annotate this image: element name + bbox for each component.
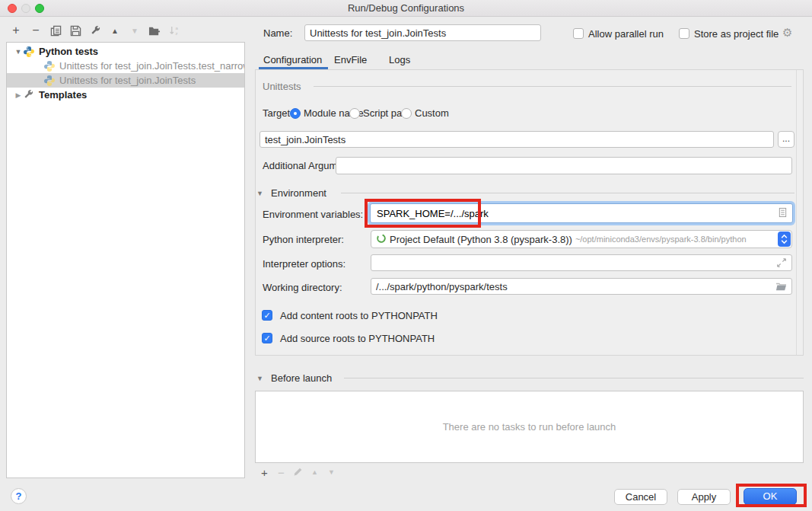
name-input[interactable]	[304, 24, 541, 41]
radio-script-path[interactable]	[349, 108, 360, 119]
radio-module-name[interactable]	[290, 108, 301, 119]
tree-item-label: Python tests	[39, 46, 98, 57]
remove-configuration-button[interactable]: −	[29, 24, 43, 37]
env-variables-list-icon[interactable]	[778, 207, 788, 220]
svg-text:z: z	[175, 30, 177, 36]
task-move-up-icon: ▲	[309, 468, 320, 476]
environment-section-title[interactable]: Environment	[271, 187, 326, 199]
svg-text:a: a	[175, 25, 178, 30]
interpreter-options-label: Interpreter options:	[263, 258, 345, 270]
templates-wrench-icon	[23, 89, 35, 101]
edit-templates-icon[interactable]	[88, 24, 102, 37]
tree-item-unittest-jointests-selected[interactable]: Unittests for test_join.JoinTests	[7, 73, 244, 88]
environment-variables-label: Environment variables:	[263, 209, 363, 220]
sort-configurations-icon: a z	[167, 24, 181, 37]
python-tests-icon	[23, 46, 35, 58]
radio-custom[interactable]	[401, 108, 412, 119]
apply-button[interactable]: Apply	[677, 489, 731, 505]
minimize-window-button	[21, 4, 30, 13]
python-interpreter-select[interactable]: Project Default (Python 3.8 (pyspark-3.8…	[371, 230, 792, 248]
move-down-icon: ▼	[128, 24, 142, 37]
cancel-button[interactable]: Cancel	[614, 489, 667, 505]
conda-env-icon	[376, 233, 387, 246]
before-launch-empty-text: There are no tasks to run before launch	[443, 421, 616, 433]
window-title: Run/Debug Configurations	[0, 0, 812, 16]
interpreter-dropdown-stepper-icon[interactable]	[778, 232, 791, 247]
browse-target-button[interactable]: ...	[778, 131, 794, 148]
before-launch-toolbar: + − ▲ ▼	[259, 465, 337, 479]
expand-arrow-icon[interactable]: ▶	[14, 91, 23, 99]
environment-variables-field[interactable]	[370, 203, 793, 223]
tab-configuration[interactable]: Configuration	[263, 54, 322, 65]
help-button[interactable]: ?	[11, 488, 27, 504]
move-up-icon[interactable]: ▲	[108, 24, 122, 37]
title-bar: Run/Debug Configurations	[0, 0, 812, 17]
add-content-roots-checkbox[interactable]	[262, 310, 272, 321]
configurations-toolbar: + − ▲ ▼ a z	[9, 23, 181, 38]
tab-logs[interactable]: Logs	[389, 54, 410, 65]
radio-custom-label[interactable]: Custom	[415, 107, 449, 119]
allow-parallel-run-checkbox[interactable]	[573, 28, 584, 39]
target-input[interactable]	[260, 131, 774, 148]
store-as-project-file-label: Store as project file	[694, 28, 779, 40]
group-divider	[314, 86, 791, 87]
interpreter-path: ~/opt/miniconda3/envs/pyspark-3.8/bin/py…	[575, 235, 747, 244]
tree-item-label: Unittests for test_join.JoinTests.test_n…	[59, 60, 244, 72]
store-as-project-file-checkbox[interactable]	[679, 28, 689, 39]
tree-item-label: Templates	[39, 89, 87, 101]
tree-item-label: Unittests for test_join.JoinTests	[59, 75, 196, 86]
unittests-group-title: Unittests	[263, 81, 301, 92]
configurations-tree: ▼ Python tests Unittests for test_join.J…	[6, 42, 245, 478]
before-launch-collapse-icon[interactable]: ▼	[256, 375, 263, 382]
name-label: Name:	[263, 27, 292, 39]
working-directory-label: Working directory:	[263, 282, 342, 293]
add-task-button[interactable]: +	[259, 466, 270, 479]
working-directory-input[interactable]	[371, 278, 792, 295]
add-source-roots-label[interactable]: Add source roots to PYTHONPATH	[280, 333, 435, 344]
zoom-window-button[interactable]	[35, 4, 44, 13]
close-window-button[interactable]	[8, 4, 17, 13]
tab-envfile[interactable]: EnvFile	[334, 54, 367, 65]
gear-icon[interactable]: ⚙	[782, 26, 792, 40]
allow-parallel-run-label: Allow parallel run	[588, 28, 664, 40]
add-content-roots-label[interactable]: Add content roots to PYTHONPATH	[280, 310, 438, 321]
environment-variables-input[interactable]	[371, 208, 778, 219]
remove-task-button: −	[275, 466, 287, 479]
python-interpreter-label: Python interpreter:	[263, 234, 344, 245]
add-source-roots-checkbox[interactable]	[262, 333, 272, 343]
tree-item-templates[interactable]: ▶ Templates	[7, 88, 244, 102]
collapse-arrow-icon[interactable]: ▼	[14, 48, 23, 56]
tree-item-unittest-narrow[interactable]: Unittests for test_join.JoinTests.test_n…	[7, 59, 244, 73]
target-label: Target:	[263, 107, 293, 119]
tree-item-python-tests[interactable]: ▼ Python tests	[7, 44, 244, 59]
before-launch-divider	[344, 378, 804, 378]
add-configuration-button[interactable]: +	[9, 24, 23, 37]
before-launch-section-title[interactable]: Before launch	[271, 372, 332, 384]
copy-configuration-icon[interactable]	[49, 24, 62, 37]
ok-button[interactable]: OK	[744, 488, 797, 505]
scrollbar-gutter[interactable]	[796, 70, 803, 355]
task-move-down-icon: ▼	[326, 468, 337, 476]
save-configuration-icon[interactable]	[68, 24, 82, 37]
interpreter-options-input[interactable]	[371, 254, 792, 271]
environment-divider	[341, 193, 794, 193]
python-test-icon	[43, 75, 56, 87]
python-test-icon	[43, 60, 56, 72]
additional-arguments-input[interactable]	[336, 157, 792, 174]
new-folder-icon[interactable]	[148, 24, 161, 37]
environment-collapse-icon[interactable]: ▼	[256, 190, 263, 197]
before-launch-tasks-panel: There are no tasks to run before launch	[255, 391, 804, 463]
edit-task-icon	[292, 466, 304, 479]
interpreter-name: Project Default (Python 3.8 (pyspark-3.8…	[390, 234, 572, 245]
